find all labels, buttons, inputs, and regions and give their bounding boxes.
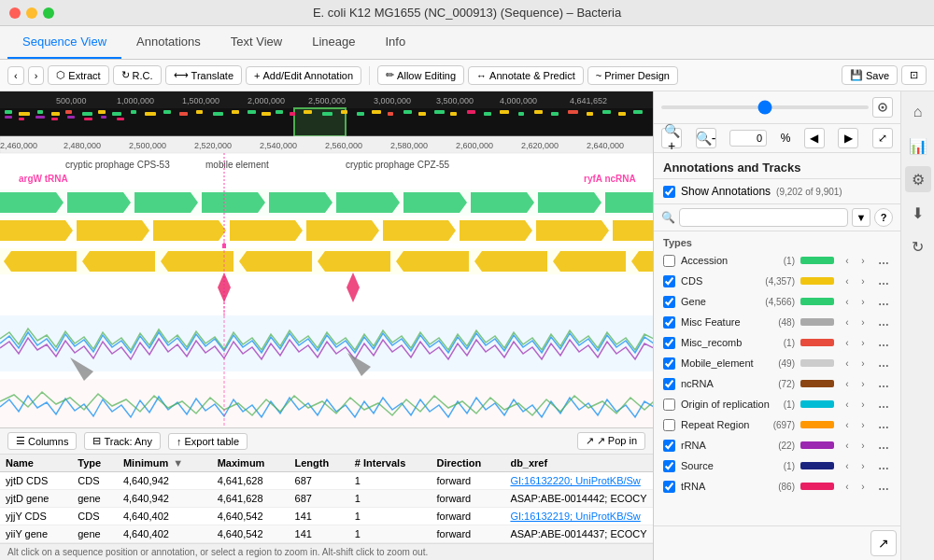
annotation-type-misc-feature[interactable]: Misc Feature (48) ‹ › … xyxy=(654,312,900,332)
type-checkbox-accession[interactable] xyxy=(663,255,675,267)
type-next-origin-replication[interactable]: › xyxy=(856,397,870,412)
zoom-in-button[interactable]: 🔍+ xyxy=(661,128,682,148)
table-container[interactable]: Name Type Minimum ▼ Maximum Length # Int… xyxy=(0,455,653,543)
type-checkbox-cds[interactable] xyxy=(663,275,675,287)
type-prev-origin-replication[interactable]: ‹ xyxy=(840,397,855,412)
allow-editing-button[interactable]: ✏ Allow Editing xyxy=(377,65,464,85)
col-dbxref[interactable]: db_xref xyxy=(504,455,653,472)
fit-button[interactable]: ⤢ xyxy=(872,128,893,148)
zoom-slider[interactable] xyxy=(661,105,869,109)
type-next-misc-feature[interactable]: › xyxy=(856,315,870,329)
zoom-out-button[interactable]: 🔍- xyxy=(696,128,716,148)
tab-lineage[interactable]: Lineage xyxy=(297,26,370,59)
export-table-button[interactable]: ↑ Export table xyxy=(168,433,248,450)
type-checkbox-misc-recomb[interactable] xyxy=(663,337,675,349)
type-next-cds[interactable]: › xyxy=(856,273,870,288)
save-button[interactable]: 💾 Save xyxy=(842,65,898,85)
extract-button[interactable]: ⬡ Extract xyxy=(48,65,108,85)
type-checkbox-repeat-region[interactable] xyxy=(663,419,675,431)
annotation-type-cds[interactable]: CDS (4,357) ‹ › … xyxy=(654,271,900,291)
table-row[interactable]: yjjY CDS CDS 4,640,402 4,640,542 141 1 f… xyxy=(0,508,653,525)
type-prev-mobile-element[interactable]: ‹ xyxy=(840,356,855,371)
type-prev-rrna[interactable]: ‹ xyxy=(840,438,855,453)
type-prev-source[interactable]: ‹ xyxy=(840,458,855,473)
type-more-source[interactable]: … xyxy=(876,458,891,473)
annotation-type-origin-replication[interactable]: Origin of replication (1) ‹ › … xyxy=(654,394,900,414)
maximize-button[interactable] xyxy=(43,7,54,19)
col-type[interactable]: Type xyxy=(72,455,118,472)
type-checkbox-mobile-element[interactable] xyxy=(663,357,675,370)
type-checkbox-source[interactable] xyxy=(663,460,675,472)
type-more-misc-recomb[interactable]: … xyxy=(876,335,891,350)
table-row[interactable]: yiiY gene gene 4,640,402 4,640,542 141 1… xyxy=(0,525,653,543)
type-next-repeat-region[interactable]: › xyxy=(856,417,870,432)
annotation-type-mobile-element[interactable]: Mobile_element (49) ‹ › … xyxy=(654,353,900,373)
columns-button[interactable]: ☰ Columns xyxy=(7,432,77,450)
annotation-type-accession[interactable]: Accession (1) ‹ › … xyxy=(654,250,900,271)
type-more-trna[interactable]: … xyxy=(876,479,891,494)
tab-sequence-view[interactable]: Sequence View xyxy=(7,26,121,59)
window-mode-button[interactable]: ⊡ xyxy=(901,65,927,85)
home-icon-button[interactable]: ⌂ xyxy=(905,99,931,125)
type-more-accession[interactable]: … xyxy=(876,253,891,268)
type-more-gene[interactable]: … xyxy=(876,294,891,309)
col-direction[interactable]: Direction xyxy=(432,455,505,472)
chart-icon-button[interactable]: 📊 xyxy=(905,133,931,159)
type-checkbox-rrna[interactable] xyxy=(663,440,675,452)
tab-info[interactable]: Info xyxy=(370,26,420,59)
type-prev-misc-feature[interactable]: ‹ xyxy=(840,315,855,329)
primer-design-button[interactable]: ~ Primer Design xyxy=(587,66,678,85)
pop-in-button[interactable]: ↗ ↗ Pop in xyxy=(577,432,645,450)
cell-dbxref[interactable]: GI:16132220; UniProtKB/Sw xyxy=(504,472,653,490)
col-intervals[interactable]: # Intervals xyxy=(349,455,432,472)
zoom-settings-button[interactable] xyxy=(872,97,893,118)
forward-button[interactable]: › xyxy=(28,66,45,85)
col-maximum[interactable]: Maximum xyxy=(212,455,290,472)
translate-button[interactable]: ⟷ Translate xyxy=(165,65,242,85)
type-next-gene[interactable]: › xyxy=(856,294,870,309)
annotation-type-ncrna[interactable]: ncRNA (72) ‹ › … xyxy=(654,373,900,394)
tab-annotations[interactable]: Annotations xyxy=(121,26,216,59)
help-button[interactable]: ? xyxy=(874,208,893,227)
type-more-mobile-element[interactable]: … xyxy=(876,356,891,371)
type-more-rrna[interactable]: … xyxy=(876,438,891,453)
type-prev-accession[interactable]: ‹ xyxy=(840,253,855,268)
annotate-predict-button[interactable]: ↔ Annotate & Predict xyxy=(468,66,584,85)
tab-text-view[interactable]: Text View xyxy=(216,26,297,59)
annotation-search-input[interactable] xyxy=(679,208,848,227)
annotation-type-rrna[interactable]: rRNA (22) ‹ › … xyxy=(654,435,900,455)
annotation-type-repeat-region[interactable]: Repeat Region (697) ‹ › … xyxy=(654,414,900,435)
col-length[interactable]: Length xyxy=(290,455,349,472)
download-icon-button[interactable]: ⬇ xyxy=(905,200,931,226)
expand-button[interactable]: ↗ xyxy=(870,530,897,556)
type-next-misc-recomb[interactable]: › xyxy=(856,335,870,350)
type-more-misc-feature[interactable]: … xyxy=(876,315,891,329)
type-checkbox-gene[interactable] xyxy=(663,296,675,308)
type-next-mobile-element[interactable]: › xyxy=(856,356,870,371)
nav-left-button[interactable]: ◀ xyxy=(804,128,825,148)
type-prev-trna[interactable]: ‹ xyxy=(840,479,855,494)
type-checkbox-origin-replication[interactable] xyxy=(663,399,675,411)
type-checkbox-ncrna[interactable] xyxy=(663,378,675,390)
type-prev-ncrna[interactable]: ‹ xyxy=(840,376,855,391)
col-minimum[interactable]: Minimum ▼ xyxy=(118,455,212,472)
table-row[interactable]: yjtD gene gene 4,640,942 4,641,628 687 1… xyxy=(0,490,653,508)
annotation-type-trna[interactable]: tRNA (86) ‹ › … xyxy=(654,476,900,497)
type-next-ncrna[interactable]: › xyxy=(856,376,870,391)
type-next-source[interactable]: › xyxy=(856,458,870,473)
type-more-ncrna[interactable]: … xyxy=(876,376,891,391)
track-filter-button[interactable]: ⊟ Track: Any xyxy=(84,432,161,450)
type-prev-repeat-region[interactable]: ‹ xyxy=(840,417,855,432)
minimize-button[interactable] xyxy=(26,7,37,19)
back-button[interactable]: ‹ xyxy=(7,66,24,85)
type-more-cds[interactable]: … xyxy=(876,273,891,288)
close-button[interactable] xyxy=(9,7,21,19)
type-prev-cds[interactable]: ‹ xyxy=(840,273,855,288)
type-more-repeat-region[interactable]: … xyxy=(876,417,891,432)
annotation-type-gene[interactable]: Gene (4,566) ‹ › … xyxy=(654,291,900,312)
settings-icon-button[interactable]: ⚙ xyxy=(905,166,931,192)
type-prev-misc-recomb[interactable]: ‹ xyxy=(840,335,855,350)
col-name[interactable]: Name xyxy=(0,455,72,472)
type-more-origin-replication[interactable]: … xyxy=(876,397,891,412)
refresh-icon-button[interactable]: ↻ xyxy=(905,233,931,259)
